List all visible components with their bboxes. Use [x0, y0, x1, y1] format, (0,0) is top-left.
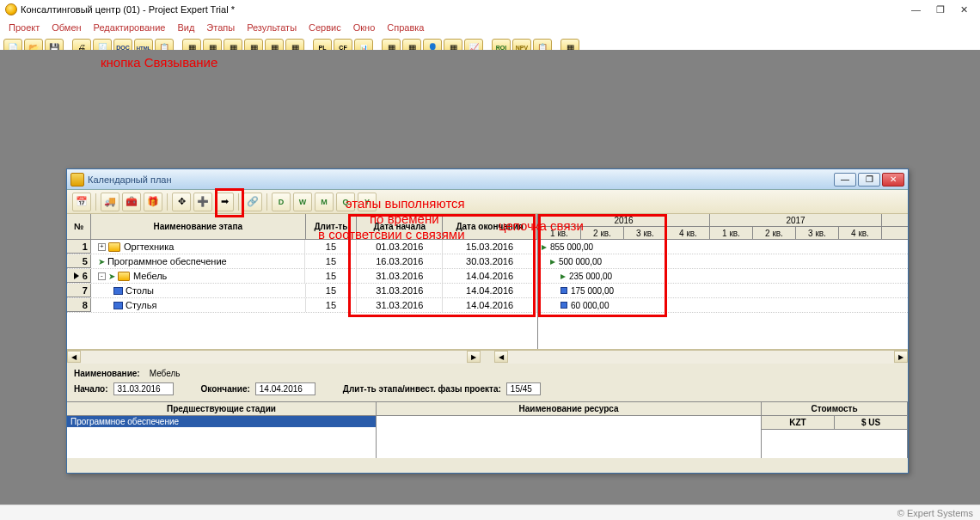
col-start[interactable]: Дата начала [357, 214, 443, 240]
gantt-quarter: 4 кв. [667, 227, 710, 239]
ct-a-icon[interactable]: 🚚 [101, 193, 119, 211]
child-title: Календарный план [88, 174, 172, 185]
stage-table: № Наименование этапа Длит-ть Дата начала… [67, 214, 538, 349]
ct-y-button[interactable]: Y [358, 193, 377, 211]
lbl-end: Окончание: [201, 384, 250, 394]
menu-item[interactable]: Этапы [201, 21, 240, 34]
ct-d-icon[interactable]: ✥ [172, 193, 191, 211]
predecessors-table[interactable]: Предшествующие стадии Программное обеспе… [67, 402, 377, 458]
col-num[interactable]: № [67, 214, 91, 240]
gantt-row[interactable]: ▸500 000,00 [538, 254, 908, 269]
menu-item[interactable]: Сервис [303, 21, 346, 34]
gantt-row[interactable]: ▸235 000,00 [538, 269, 908, 284]
col-end[interactable]: Дата окончания [443, 214, 537, 240]
gantt-row[interactable]: 175 000,00 [538, 284, 908, 298]
cost-kzt: KZT [762, 416, 835, 430]
ct-b-icon[interactable]: 🧰 [122, 193, 141, 211]
lbl-start: Начало: [74, 384, 108, 394]
ct-m-button[interactable]: M [315, 193, 334, 211]
gantt-chart[interactable]: 2016 2017 1 кв.2 кв.3 кв.4 кв.1 кв.2 кв.… [538, 214, 908, 349]
ct-d-button[interactable]: D [272, 193, 291, 211]
child-icon [70, 173, 84, 187]
minimize-button[interactable]: — [911, 4, 921, 15]
h-scrollbar[interactable]: ◀ ▶ ◀ ▶ [67, 350, 908, 364]
scroll-left-icon[interactable]: ◀ [494, 351, 508, 363]
gantt-quarter: 3 кв. [624, 227, 667, 239]
scroll-right-icon[interactable]: ▶ [894, 351, 908, 363]
ct-w-button[interactable]: W [293, 193, 312, 211]
menu-item[interactable]: Редактирование [89, 21, 171, 34]
pred-header: Предшествующие стадии [67, 402, 376, 416]
child-toolbar: 📅 🚚 🧰 🎁 ✥ ➕ ➡ 🔗 D W M Q Y [67, 190, 908, 214]
statusbar: © Expert Systems [0, 505, 980, 520]
maximize-button[interactable]: ❐ [936, 4, 945, 15]
child-window-calendar-plan: Календарный план — ❐ ✕ 📅 🚚 🧰 🎁 ✥ ➕ ➡ 🔗 D… [66, 168, 909, 474]
ct-c-icon[interactable]: 🎁 [144, 193, 162, 211]
window-controls: — ❐ ✕ [911, 4, 975, 15]
child-close-button[interactable]: ✕ [882, 173, 904, 187]
table-row[interactable]: 1+Оргтехника1501.03.201615.03.2016 [67, 240, 537, 254]
stage-grid: № Наименование этапа Длит-ть Дата начала… [67, 214, 908, 350]
gantt-quarter: 1 кв. [710, 227, 753, 239]
cost-usd: $ US [835, 416, 907, 430]
col-dur[interactable]: Длит-ть [306, 214, 358, 240]
bottom-tables: Предшествующие стадии Программное обеспе… [67, 401, 908, 458]
gantt-row[interactable]: ▸855 000,00 [538, 240, 908, 254]
gantt-quarter: 3 кв. [796, 227, 839, 239]
gantt-year: 2016 [538, 214, 710, 226]
child-maximize-button[interactable]: ❐ [858, 173, 880, 187]
main-menubar: Проект Обмен Редактирование Вид Этапы Ре… [0, 19, 980, 36]
pred-row[interactable]: Программное обеспечение [67, 416, 376, 427]
child-titlebar[interactable]: Календарный план — ❐ ✕ [67, 169, 908, 190]
child-minimize-button[interactable]: — [834, 173, 856, 187]
cost-table[interactable]: Стоимость KZT $ US [762, 402, 908, 458]
gantt-quarter: 2 кв. [753, 227, 796, 239]
ct-calendar-icon[interactable]: 📅 [72, 193, 91, 211]
table-row[interactable]: 8Стулья1531.03.201614.04.2016 [67, 298, 537, 313]
scroll-left-icon[interactable]: ◀ [67, 351, 81, 363]
val-end[interactable]: 14.04.2016 [255, 382, 315, 395]
scroll-right-icon[interactable]: ▶ [467, 351, 481, 363]
val-start[interactable]: 31.03.2016 [113, 382, 174, 395]
lbl-name: Наименование: [74, 369, 140, 378]
lbl-dur: Длит-ть этапа/инвест. фазы проекта: [343, 384, 501, 394]
menu-item[interactable]: Результаты [242, 21, 302, 34]
gantt-quarter: 4 кв. [839, 227, 882, 239]
col-name[interactable]: Наименование этапа [91, 214, 306, 240]
menu-item[interactable]: Обмен [46, 21, 86, 34]
menu-item[interactable]: Проект [3, 21, 45, 34]
gantt-quarter: 2 кв. [581, 227, 624, 239]
annotation-text: кнопка Связывание [101, 55, 217, 70]
detail-panel: Наименование: Мебель Начало: 31.03.2016 … [67, 364, 908, 401]
gantt-year: 2017 [710, 214, 882, 226]
menu-item[interactable]: Вид [172, 21, 199, 34]
res-header: Наименование ресурса [377, 402, 761, 416]
gantt-row[interactable]: 60 000,00 [538, 298, 908, 313]
table-row[interactable]: 5➤Программное обеспечение1516.03.201630.… [67, 254, 537, 269]
val-name: Мебель [145, 367, 317, 380]
resources-table[interactable]: Наименование ресурса [377, 402, 762, 458]
app-title: Консалтинговый центр (01) - Project Expe… [21, 4, 235, 15]
menu-item[interactable]: Окно [348, 21, 381, 34]
table-row[interactable]: 7Столы1531.03.201614.04.2016 [67, 284, 537, 298]
gantt-quarter: 1 кв. [538, 227, 581, 239]
ct-e-icon[interactable]: ➕ [193, 193, 212, 211]
app-icon [5, 3, 17, 15]
app-titlebar: Консалтинговый центр (01) - Project Expe… [0, 0, 980, 19]
status-text: © Expert Systems [897, 508, 973, 518]
close-button[interactable]: ✕ [960, 4, 968, 15]
val-dur[interactable]: 15/45 [506, 382, 541, 395]
ct-q-button[interactable]: Q [336, 193, 355, 211]
menu-item[interactable]: Справка [382, 21, 429, 34]
ct-f-icon[interactable]: ➡ [215, 193, 234, 211]
table-row[interactable]: 6-➤Мебель1531.03.201614.04.2016 [67, 269, 537, 284]
cost-header: Стоимость [762, 402, 907, 416]
mdi-workspace: Календарный план — ❐ ✕ 📅 🚚 🧰 🎁 ✥ ➕ ➡ 🔗 D… [0, 50, 980, 505]
ct-link-button[interactable]: 🔗 [243, 193, 262, 211]
